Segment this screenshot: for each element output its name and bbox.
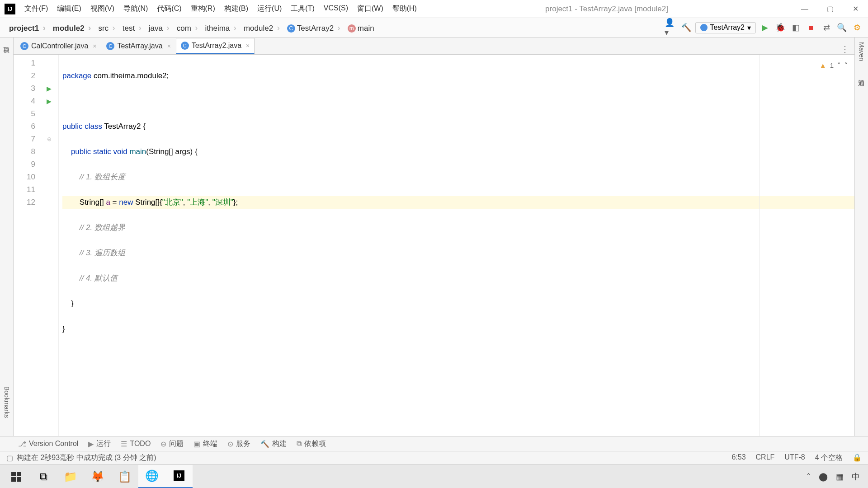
right-margin-line xyxy=(760,55,760,436)
task-firefox[interactable]: 🦊 xyxy=(84,465,111,488)
status-icon[interactable]: ▢ xyxy=(6,454,13,462)
task-intellij[interactable]: IJ xyxy=(165,465,193,488)
app-icon: IJ xyxy=(5,4,15,14)
coverage-button[interactable]: ◧ xyxy=(789,21,802,34)
lock-icon[interactable]: 🔒 xyxy=(853,453,862,463)
deps-icon: ⧉ xyxy=(297,440,302,448)
navigation-bar: project1 module2 src test java com ithei… xyxy=(0,18,868,38)
tab-close-icon[interactable]: × xyxy=(167,42,171,50)
crumb-project[interactable]: project1 xyxy=(5,21,49,35)
problems-icon: ⊝ xyxy=(160,440,166,448)
tab-close-icon[interactable]: × xyxy=(93,42,96,50)
run-gutter-icon[interactable]: ▶ xyxy=(47,98,52,105)
crumb-module2[interactable]: module2 xyxy=(240,21,283,35)
crumb-java[interactable]: java xyxy=(145,21,173,35)
menu-build[interactable]: 构建(B) xyxy=(220,4,253,14)
class-icon: C xyxy=(287,24,295,33)
indent-label[interactable]: 4 个空格 xyxy=(815,453,843,463)
tab-testarray[interactable]: C TestArray.java × xyxy=(101,38,175,54)
run-configuration[interactable]: TestArray2 ▾ xyxy=(695,22,756,33)
line-separator[interactable]: CRLF xyxy=(756,453,775,463)
crumb-method-label: main xyxy=(358,24,374,33)
close-button[interactable]: ✕ xyxy=(843,0,868,18)
tab-calcontroller[interactable]: C CalController.java × xyxy=(15,38,101,54)
btab-problems[interactable]: ⊝问题 xyxy=(160,439,184,449)
btab-vcs[interactable]: ⎇Version Control xyxy=(18,440,78,448)
menu-edit[interactable]: 编辑(E) xyxy=(52,4,85,14)
chevron-down-icon: ▾ xyxy=(747,23,751,32)
toolbar-right: 👤▾ 🔨 TestArray2 ▾ ▶ 🐞 ◧ ■ ⇄ 🔍 ⚙ xyxy=(665,21,868,34)
tab-label: TestArray2.java xyxy=(192,42,241,50)
window-title: project1 - TestArray2.java [module2] xyxy=(421,5,792,14)
status-bar: ▢ 构建在 2秒93毫秒 中成功完成 (3 分钟 之前) 6:53 CRLF U… xyxy=(0,451,868,465)
tab-testarray2[interactable]: C TestArray2.java × xyxy=(176,38,255,54)
menu-navigate[interactable]: 导航(N) xyxy=(119,4,152,14)
build-icon: 🔨 xyxy=(260,440,269,448)
editor-tabs: C CalController.java × C TestArray.java … xyxy=(14,38,854,55)
next-highlight-icon[interactable]: ˅ xyxy=(844,59,848,72)
menu-code[interactable]: 代码(C) xyxy=(152,4,186,14)
crumb-module[interactable]: module2 xyxy=(49,21,95,35)
menu-refactor[interactable]: 重构(R) xyxy=(186,4,220,14)
file-encoding[interactable]: UTF-8 xyxy=(784,453,805,463)
crumb-itheima[interactable]: itheima xyxy=(201,21,240,35)
tray-chevron-icon[interactable]: ˄ xyxy=(807,472,811,482)
menu-vcs[interactable]: VCS(S) xyxy=(319,4,353,14)
tool-bookmarks[interactable]: Bookmarks xyxy=(3,386,10,418)
stop-button[interactable]: ■ xyxy=(805,21,817,34)
windows-logo-icon xyxy=(11,472,21,482)
menu-help[interactable]: 帮助(H) xyxy=(388,4,421,14)
translate-icon[interactable]: ⇄ xyxy=(820,21,833,34)
maximize-button[interactable]: ▢ xyxy=(817,0,843,18)
class-icon: C xyxy=(20,42,28,50)
run-gutter-icon[interactable]: ▶ xyxy=(47,85,52,92)
prev-highlight-icon[interactable]: ˄ xyxy=(837,59,841,72)
task-office[interactable]: 📋 xyxy=(111,465,138,488)
build-icon[interactable]: 🔨 xyxy=(680,21,693,34)
crumb-class[interactable]: CTestArray2 xyxy=(283,21,344,35)
menu-run[interactable]: 运行(U) xyxy=(253,4,286,14)
task-view-button[interactable]: ⧉ xyxy=(30,465,57,488)
user-icon[interactable]: 👤▾ xyxy=(665,21,677,34)
system-tray: ˄ ⬤ ▦ 中 xyxy=(807,471,865,482)
crumb-src[interactable]: src xyxy=(94,21,118,35)
tray-grid-icon[interactable]: ▦ xyxy=(836,472,844,482)
menu-view[interactable]: 视图(V) xyxy=(86,4,119,14)
inspection-widget[interactable]: ▲ 1 ˄ ˅ xyxy=(820,59,848,72)
tray-ime[interactable]: 中 xyxy=(852,471,860,482)
menu-tools[interactable]: 工具(T) xyxy=(286,4,319,14)
task-edge[interactable]: 🌐 xyxy=(138,465,165,488)
start-button[interactable] xyxy=(3,465,30,488)
code-editor[interactable]: 123 456 789 101112 ▶ ▶ ⊖ package com.ith… xyxy=(14,55,854,436)
menu-file[interactable]: 文件(F) xyxy=(20,4,52,14)
tab-label: CalController.java xyxy=(31,42,88,50)
task-explorer[interactable]: 📁 xyxy=(57,465,84,488)
settings-icon[interactable]: ⚙ xyxy=(851,21,863,34)
crumb-method[interactable]: mmain xyxy=(344,21,382,35)
btab-build[interactable]: 🔨构建 xyxy=(260,439,287,449)
tab-close-icon[interactable]: × xyxy=(246,42,250,49)
btab-terminal[interactable]: ▣终端 xyxy=(193,439,217,449)
btab-dependencies[interactable]: ⧉依赖项 xyxy=(297,439,326,449)
todo-icon: ☰ xyxy=(121,440,127,448)
class-icon: C xyxy=(106,42,114,50)
fold-icon[interactable]: ⊖ xyxy=(47,136,52,142)
search-icon[interactable]: 🔍 xyxy=(835,21,848,34)
run-button[interactable]: ▶ xyxy=(759,21,771,34)
btab-services[interactable]: ⊙服务 xyxy=(227,439,250,449)
caret-position[interactable]: 6:53 xyxy=(731,453,745,463)
crumb-com[interactable]: com xyxy=(173,21,202,35)
play-icon: ▶ xyxy=(88,440,94,448)
debug-button[interactable]: 🐞 xyxy=(774,21,787,34)
menu-window[interactable]: 窗口(W) xyxy=(353,4,388,14)
title-bar: IJ 文件(F) 编辑(E) 视图(V) 导航(N) 代码(C) 重构(R) 构… xyxy=(0,0,868,18)
crumb-test[interactable]: test xyxy=(119,21,145,35)
tray-app-icon[interactable]: ⬤ xyxy=(819,472,828,482)
btab-run[interactable]: ▶运行 xyxy=(88,439,111,449)
tool-maven[interactable]: Maven xyxy=(858,42,865,61)
minimize-button[interactable]: — xyxy=(792,0,817,18)
terminal-icon: ▣ xyxy=(193,440,200,448)
code-content[interactable]: package com.itheima.module2; public clas… xyxy=(59,55,854,436)
btab-todo[interactable]: ☰TODO xyxy=(121,440,151,448)
editor-more-icon[interactable]: ⋮ xyxy=(841,44,854,54)
